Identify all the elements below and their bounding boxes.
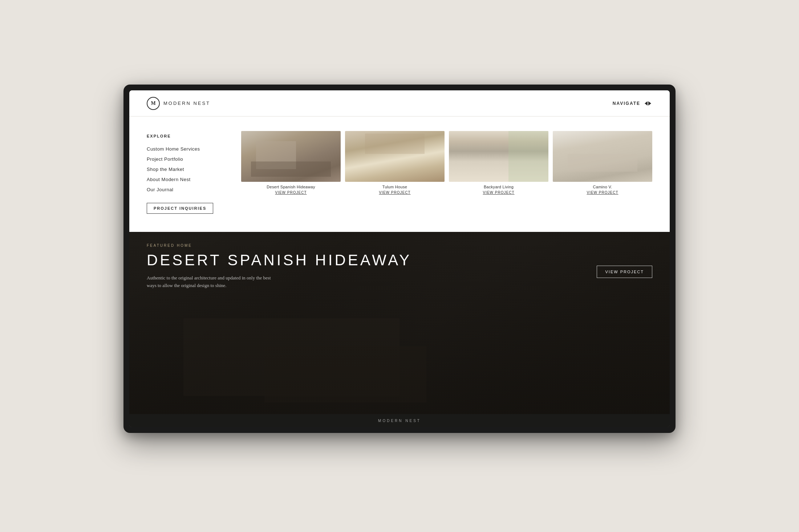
menu-item-portfolio[interactable]: Project Portfolio [147, 156, 219, 162]
menu-item-journal[interactable]: Our Journal [147, 186, 219, 193]
menu-link-custom[interactable]: Custom Home Services [147, 146, 200, 152]
navbar: M MODERN NEST NAVIGATE [129, 90, 670, 116]
menu-items-list: Custom Home Services Project Portfolio S… [147, 146, 219, 193]
logo-area[interactable]: M MODERN NEST [147, 97, 210, 110]
project-thumbnails: Desert Spanish Hideaway VIEW PROJECT Tul… [241, 131, 652, 195]
menu-link-market[interactable]: Shop the Market [147, 167, 184, 172]
project-inquiries-button[interactable]: PROJECT INQUIRIES [147, 203, 213, 214]
menu-link-portfolio[interactable]: Project Portfolio [147, 156, 183, 162]
dropdown-overlay: EXPLORE Custom Home Services Project Por… [129, 116, 670, 427]
explore-label: EXPLORE [147, 134, 219, 138]
nav-arrows [645, 101, 652, 106]
thumb-img-3 [449, 131, 548, 182]
thumb-img-2 [345, 131, 445, 182]
menu-item-market[interactable]: Shop the Market [147, 166, 219, 172]
project-name-2: Tulum House [382, 185, 407, 189]
logo-icon: M [147, 97, 160, 110]
project-4[interactable]: Camino V. VIEW PROJECT [553, 131, 652, 195]
view-project-3[interactable]: VIEW PROJECT [483, 191, 514, 195]
thumb-img-4 [553, 131, 652, 182]
nav-arrow-right-icon [648, 101, 651, 106]
logo-m: M [151, 101, 155, 106]
menu-item-about[interactable]: About Modern Nest [147, 176, 219, 183]
project-name-1: Desert Spanish Hideaway [267, 185, 315, 189]
menu-right: Desert Spanish Hideaway VIEW PROJECT Tul… [241, 131, 652, 214]
nav-arrow-left-icon [645, 101, 648, 106]
view-project-4[interactable]: VIEW PROJECT [587, 191, 618, 195]
view-project-1[interactable]: VIEW PROJECT [275, 191, 307, 195]
project-name-4: Camino V. [593, 185, 612, 189]
menu-item-custom[interactable]: Custom Home Services [147, 146, 219, 152]
nav-right[interactable]: NAVIGATE [613, 101, 652, 106]
brand-name: MODERN NEST [163, 101, 210, 106]
monitor-bezel: M MODERN NEST NAVIGATE EXPLO [123, 85, 676, 433]
menu-link-journal[interactable]: Our Journal [147, 187, 173, 192]
project-3[interactable]: Backyard Living VIEW PROJECT [449, 131, 548, 195]
project-1[interactable]: Desert Spanish Hideaway VIEW PROJECT [241, 131, 341, 195]
monitor-wrapper: M MODERN NEST NAVIGATE EXPLO [123, 85, 676, 447]
thumb-img-1 [241, 131, 341, 182]
project-name-3: Backyard Living [484, 185, 514, 189]
project-2[interactable]: Tulum House VIEW PROJECT [345, 131, 445, 195]
menu-left: EXPLORE Custom Home Services Project Por… [147, 131, 219, 214]
navigate-label: NAVIGATE [613, 101, 640, 106]
screen: M MODERN NEST NAVIGATE EXPLO [129, 90, 670, 427]
menu-link-about[interactable]: About Modern Nest [147, 177, 191, 182]
view-project-2[interactable]: VIEW PROJECT [379, 191, 410, 195]
dropdown-menu: EXPLORE Custom Home Services Project Por… [129, 116, 670, 232]
